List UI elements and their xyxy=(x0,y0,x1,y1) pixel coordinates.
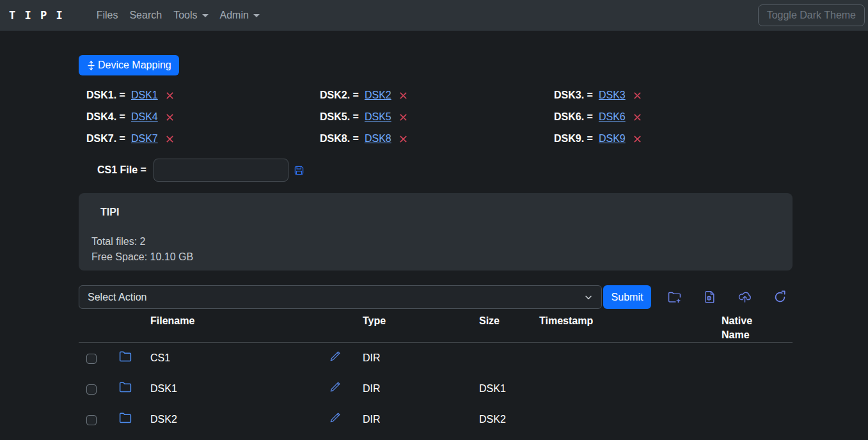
device-mapping-label: Device Mapping xyxy=(98,59,171,71)
chevron-down-icon xyxy=(253,14,260,17)
remove-mapping-icon[interactable] xyxy=(633,134,642,144)
mapping-label: DSK6. = xyxy=(554,110,593,124)
nav-item-search[interactable]: Search xyxy=(123,7,168,24)
remove-mapping-icon[interactable] xyxy=(398,113,408,122)
native-name-cell xyxy=(704,373,793,404)
mapping-target-link[interactable]: DSK2 xyxy=(365,88,391,102)
upload-button[interactable] xyxy=(737,290,752,305)
header-filename: Filename xyxy=(143,309,322,343)
table-row: DSK1 DIR DSK1 xyxy=(79,373,793,404)
header-size: Size xyxy=(471,309,532,343)
edit-pencil-icon[interactable] xyxy=(329,381,341,393)
mapping-target-link[interactable]: DSK4 xyxy=(131,110,158,124)
remove-mapping-icon[interactable] xyxy=(633,91,642,100)
submit-button[interactable]: Submit xyxy=(603,285,651,309)
nav-item-admin-label: Admin xyxy=(220,10,249,21)
mapping-target-link[interactable]: DSK3 xyxy=(599,88,626,102)
remove-mapping-icon[interactable] xyxy=(398,91,408,100)
new-file-icon xyxy=(703,290,716,304)
mapping-label: DSK3. = xyxy=(554,88,593,102)
mapping-target-link[interactable]: DSK8 xyxy=(365,132,391,146)
mapping-label: DSK2. = xyxy=(320,88,359,102)
mapping-label: DSK1. = xyxy=(86,88,125,102)
size-cell: DSK1 xyxy=(471,373,532,404)
device-mapping-button[interactable]: Device Mapping xyxy=(79,55,179,75)
size-cell: DSK2 xyxy=(471,404,532,435)
device-mapping-grid: DSK1. = DSK1 DSK2. = DSK2 DSK3. = DSK3 D… xyxy=(79,88,793,146)
remove-mapping-icon[interactable] xyxy=(398,134,408,144)
remove-mapping-icon[interactable] xyxy=(165,134,175,144)
mapping-label: DSK8. = xyxy=(320,132,359,146)
free-space-text: Free Space: 10.10 GB xyxy=(91,249,780,265)
mapping-dsk6: DSK6. = DSK6 xyxy=(546,110,793,124)
new-folder-button[interactable] xyxy=(667,290,682,305)
remove-mapping-icon[interactable] xyxy=(633,113,642,122)
nav-item-admin[interactable]: Admin xyxy=(214,7,265,24)
filename-cell[interactable]: DSK2 xyxy=(143,404,322,435)
row-checkbox[interactable] xyxy=(86,354,97,364)
mapping-dsk5: DSK5. = DSK5 xyxy=(312,110,546,124)
edit-pencil-icon[interactable] xyxy=(329,350,341,362)
mapping-target-link[interactable]: DSK6 xyxy=(599,110,626,124)
remove-mapping-icon[interactable] xyxy=(165,113,175,122)
cs1-file-input[interactable] xyxy=(154,159,288,182)
nav-item-files-label: Files xyxy=(97,10,118,21)
mapping-dsk3: DSK3. = DSK3 xyxy=(546,88,793,102)
total-files-text: Total files: 2 xyxy=(91,234,780,249)
new-file-button[interactable] xyxy=(702,290,717,305)
mapping-label: DSK9. = xyxy=(554,132,593,146)
brand-logo[interactable]: T I P I xyxy=(9,9,64,22)
folder-icon xyxy=(119,381,132,393)
type-cell: DIR xyxy=(355,373,471,404)
row-checkbox[interactable] xyxy=(86,384,97,395)
mapping-dsk7: DSK7. = DSK7 xyxy=(79,132,312,146)
header-timestamp: Timestamp xyxy=(532,309,704,343)
size-cell xyxy=(471,343,532,374)
cloud-upload-icon xyxy=(738,290,752,304)
save-icon[interactable] xyxy=(294,165,304,176)
native-name-cell xyxy=(704,404,793,435)
timestamp-cell xyxy=(532,343,704,374)
cs1-file-row: CS1 File = xyxy=(79,159,793,182)
type-cell: DIR xyxy=(355,343,471,374)
folder-icon xyxy=(119,411,132,424)
edit-pencil-icon[interactable] xyxy=(329,412,341,423)
table-header-row: Filename Type Size Timestamp Native Name xyxy=(79,309,793,343)
type-cell: DIR xyxy=(355,404,471,435)
mapping-label: DSK7. = xyxy=(86,132,125,146)
chevron-down-icon xyxy=(202,14,209,17)
mapping-dsk8: DSK8. = DSK8 xyxy=(312,132,546,146)
timestamp-cell xyxy=(532,404,704,435)
toggle-dark-theme-button[interactable]: Toggle Dark Theme xyxy=(758,4,865,26)
nav-item-tools[interactable]: Tools xyxy=(168,7,214,24)
mapping-target-link[interactable]: DSK9 xyxy=(599,132,626,146)
table-row: DSK2 DIR DSK2 xyxy=(79,404,793,435)
main-content: Device Mapping DSK1. = DSK1 DSK2. = DSK2… xyxy=(79,55,793,435)
mapping-target-link[interactable]: DSK1 xyxy=(131,88,158,102)
mapping-target-link[interactable]: DSK5 xyxy=(365,110,391,124)
nav-item-files[interactable]: Files xyxy=(91,7,124,24)
row-checkbox[interactable] xyxy=(86,415,97,425)
filename-cell[interactable]: DSK1 xyxy=(143,373,322,404)
nav-item-tools-label: Tools xyxy=(173,10,197,21)
header-type: Type xyxy=(355,309,471,343)
mapping-dsk1: DSK1. = DSK1 xyxy=(79,88,312,102)
mapping-target-link[interactable]: DSK7 xyxy=(131,132,158,146)
new-folder-icon xyxy=(668,290,681,304)
chevron-down-icon xyxy=(584,293,593,302)
refresh-button[interactable] xyxy=(772,290,787,305)
mapping-dsk9: DSK9. = DSK9 xyxy=(546,132,793,146)
filename-cell[interactable]: CS1 xyxy=(143,343,322,374)
timestamp-cell xyxy=(532,373,704,404)
volume-info-panel: TIPI Total files: 2 Free Space: 10.10 GB xyxy=(79,193,793,271)
file-table: Filename Type Size Timestamp Native Name… xyxy=(79,309,793,435)
navbar: T I P I Files Search Tools Admin Toggle … xyxy=(0,0,868,31)
mapping-label: DSK4. = xyxy=(86,110,125,124)
mapping-label: DSK5. = xyxy=(320,110,359,124)
header-edit-col xyxy=(322,309,355,343)
native-name-cell xyxy=(704,343,793,374)
refresh-icon xyxy=(773,290,787,304)
action-select[interactable]: Select Action xyxy=(79,285,602,309)
header-icon-col xyxy=(115,309,143,343)
remove-mapping-icon[interactable] xyxy=(165,91,175,100)
